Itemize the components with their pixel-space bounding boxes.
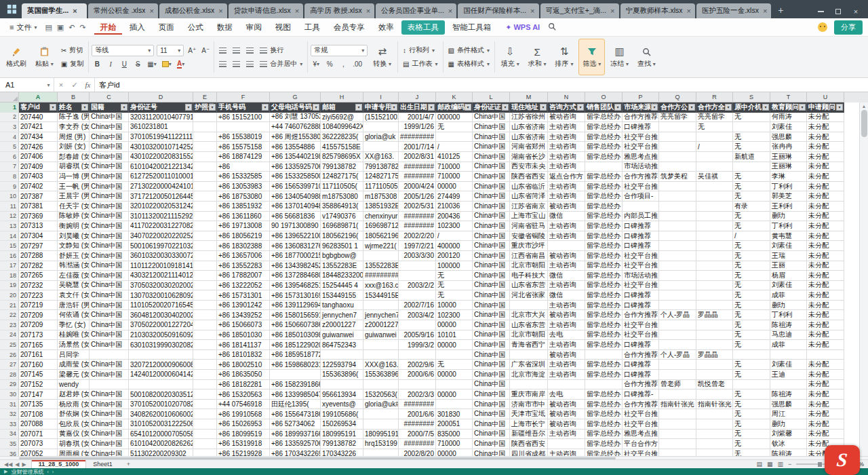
cell[interactable]	[659, 419, 696, 430]
undo-icon[interactable]: ↶	[68, 23, 75, 32]
cell[interactable]: China中国	[473, 400, 510, 410]
cell[interactable]: 无	[733, 419, 770, 430]
cell[interactable]	[363, 409, 399, 419]
cell[interactable]: China中国	[473, 231, 510, 242]
cell[interactable]: 杨眉	[770, 271, 807, 281]
filter-dropdown-icon[interactable]: ▾	[651, 104, 658, 111]
cell[interactable]: 主动咨询	[548, 132, 585, 142]
normal-view-icon[interactable]: ▤	[757, 461, 763, 468]
cell[interactable]: +86 1703432269	[270, 449, 321, 456]
cell[interactable]: China中国	[473, 430, 510, 440]
cell[interactable]: ########	[399, 162, 436, 172]
cell[interactable]: +86 1343982452	[270, 261, 321, 271]
cell[interactable]	[696, 439, 733, 449]
cell[interactable]: 155363896	[363, 370, 399, 380]
cell[interactable]: 654101200007050581	[129, 430, 193, 440]
cell[interactable]: China中国	[473, 172, 510, 182]
cell[interactable]: 无	[733, 182, 770, 192]
cell[interactable]: 留学总经办	[585, 439, 623, 449]
cell[interactable]	[696, 221, 733, 231]
close-button[interactable]: ×	[852, 7, 860, 16]
cell[interactable]: 主动咨询	[548, 152, 585, 162]
cell[interactable]: /	[436, 231, 473, 242]
cell[interactable]: 合作方推荐	[623, 172, 659, 182]
filter-dropdown-icon[interactable]: ▾	[391, 104, 397, 111]
cell[interactable]	[659, 132, 696, 142]
cell[interactable]: m1875308	[363, 191, 399, 202]
cell[interactable]: 口碑推荐	[623, 221, 659, 231]
cell[interactable]: 未分配	[807, 212, 844, 222]
cell[interactable]	[585, 380, 623, 390]
column-header[interactable]: G	[270, 92, 321, 102]
cell[interactable]: +86 1370140948	[270, 202, 321, 212]
cell[interactable]: 重庆市南岸	[510, 390, 548, 400]
new-tab-button[interactable]: +	[774, 3, 787, 17]
cell[interactable]: 未分配	[807, 122, 844, 132]
cell[interactable]	[363, 301, 399, 311]
cell[interactable]: 207297	[19, 241, 58, 251]
cell[interactable]	[659, 430, 696, 440]
cell[interactable]: 李琳	[770, 172, 807, 182]
cell[interactable]: 207073	[19, 439, 58, 449]
cell[interactable]: 安徽省铜陵	[510, 231, 548, 242]
cell[interactable]: 丁利利	[770, 310, 807, 320]
cell[interactable]: 胡睿琪 (女	[58, 162, 90, 172]
cell[interactable]: 唐浩轩 (男	[58, 301, 90, 311]
rows-cols-button[interactable]: ↕行和列▾	[401, 45, 439, 56]
merge-center-button[interactable]: 合并居中▾	[258, 58, 304, 69]
cell[interactable]	[548, 380, 585, 390]
header-cell[interactable]: 护照号▾	[193, 102, 217, 113]
wps-logo[interactable]: S	[825, 445, 860, 475]
cell[interactable]: +86 1850103098	[270, 330, 321, 341]
cell[interactable]: 口碑推荐	[623, 290, 659, 301]
cell[interactable]	[659, 122, 696, 132]
cell[interactable]: 207369	[19, 212, 58, 222]
file-tab[interactable]: 高学历 教授.xlsx×	[304, 3, 374, 18]
cell[interactable]: +86 15026953	[217, 419, 270, 430]
cell[interactable]: gloria@uk	[363, 132, 399, 142]
page-layout-icon[interactable]: ▦	[767, 461, 773, 468]
cell[interactable]	[399, 320, 436, 330]
cell[interactable]	[193, 113, 217, 123]
cell[interactable]: +86 1396522100	[270, 231, 321, 242]
sort-button[interactable]: ⇅ 排序 ▾	[552, 39, 577, 75]
cell[interactable]	[193, 182, 217, 192]
menu-item[interactable]: 插入	[123, 20, 151, 35]
cell[interactable]: China中国	[473, 370, 510, 380]
cell[interactable]: +86 1598680231	[270, 360, 321, 370]
column-header[interactable]: F	[217, 92, 270, 102]
cell[interactable]	[659, 271, 696, 281]
cell[interactable]: 刘素佳	[770, 281, 807, 291]
cell[interactable]: 未分配	[807, 251, 844, 261]
cell[interactable]: 无	[733, 172, 770, 182]
cell[interactable]: 00000	[436, 182, 473, 192]
cell[interactable]: 河南省驻马	[510, 221, 548, 231]
column-header[interactable]: E	[193, 92, 217, 102]
cell[interactable]	[696, 212, 733, 222]
cell[interactable]	[193, 231, 217, 242]
cell[interactable]: 任天宇 (女	[58, 202, 90, 212]
cell[interactable]: China中国	[90, 301, 129, 311]
filter-dropdown-icon[interactable]: ▾	[836, 104, 843, 111]
cell[interactable]	[696, 290, 733, 301]
cell[interactable]: 湖南省长沙	[510, 152, 548, 162]
cell[interactable]: China中国	[473, 330, 510, 341]
cell[interactable]: 207387	[19, 191, 58, 202]
cell[interactable]: 亮亮留学	[659, 113, 696, 123]
home-button[interactable]	[3, 2, 20, 17]
currency-button[interactable]: ¥▾	[311, 59, 321, 70]
cell[interactable]: 无	[733, 191, 770, 202]
cell[interactable]: 北京市大兴	[510, 310, 548, 320]
cell[interactable]: 天津市宝坻	[510, 409, 548, 419]
cell[interactable]: China中国	[473, 340, 510, 350]
decimal-buttons[interactable]: .00	[351, 59, 363, 70]
cell[interactable]: 北京市朝阳	[510, 261, 548, 271]
cell[interactable]: 吴佳祺	[696, 172, 733, 182]
cell[interactable]: 3610231801	[129, 122, 193, 132]
cell[interactable]: 左佳薇 (女	[58, 271, 90, 281]
close-tab-icon[interactable]: ×	[366, 7, 370, 15]
cell[interactable]: 2002/8/20	[399, 449, 436, 456]
cell[interactable]: China中国	[473, 221, 510, 231]
menu-item[interactable]: 会员专享	[328, 20, 371, 35]
cell[interactable]: 合作方推荐	[623, 310, 659, 320]
